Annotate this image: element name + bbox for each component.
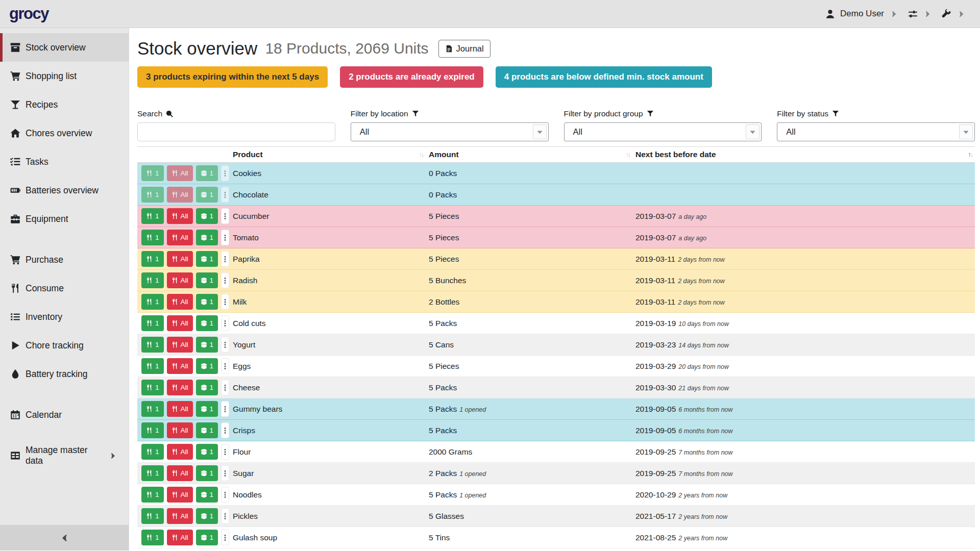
open-one-button[interactable]: 1 bbox=[196, 422, 218, 438]
row-menu-button[interactable] bbox=[221, 315, 229, 331]
sidebar-item-equipment[interactable]: Equipment bbox=[0, 205, 129, 233]
open-one-button[interactable]: 1 bbox=[196, 487, 218, 503]
sidebar-item-consume[interactable]: Consume bbox=[0, 274, 129, 303]
sidebar-item-battery-tracking[interactable]: Battery tracking bbox=[0, 360, 129, 388]
user-menu[interactable]: Demo User bbox=[825, 9, 884, 19]
sidebar-item-batteries-overview[interactable]: Batteries overview bbox=[0, 176, 129, 205]
sidebar-item-shopping-list[interactable]: Shopping list bbox=[0, 62, 129, 90]
consume-all-button[interactable]: All bbox=[167, 444, 193, 460]
consume-one-button[interactable]: 1 bbox=[141, 401, 164, 417]
status-badge-0[interactable]: 3 products expiring within the next 5 da… bbox=[137, 66, 328, 88]
consume-one-button[interactable]: 1 bbox=[141, 380, 164, 395]
row-menu-button[interactable] bbox=[221, 230, 229, 245]
row-menu-button[interactable] bbox=[221, 272, 229, 288]
consume-one-button[interactable]: 1 bbox=[141, 422, 164, 438]
consume-one-button[interactable]: 1 bbox=[141, 187, 164, 203]
row-menu-button[interactable] bbox=[221, 465, 229, 481]
open-one-button[interactable]: 1 bbox=[196, 337, 218, 353]
row-menu-button[interactable] bbox=[221, 380, 229, 395]
consume-one-button[interactable]: 1 bbox=[141, 465, 164, 481]
consume-all-button[interactable]: All bbox=[167, 530, 193, 545]
consume-all-button[interactable]: All bbox=[167, 230, 193, 245]
row-menu-button[interactable] bbox=[221, 165, 229, 181]
sidebar-item-manage-master-data[interactable]: Manage master data bbox=[0, 441, 129, 470]
consume-all-button[interactable]: All bbox=[167, 487, 193, 503]
row-menu-button[interactable] bbox=[221, 422, 229, 438]
journal-button[interactable]: Journal bbox=[438, 40, 491, 58]
consume-one-button[interactable]: 1 bbox=[141, 315, 164, 331]
sidebar-item-calendar[interactable]: Calendar bbox=[0, 400, 129, 429]
consume-one-button[interactable]: 1 bbox=[141, 294, 164, 310]
amount-column-header[interactable]: Amount ↑↓ bbox=[426, 147, 632, 163]
sidebar-item-inventory[interactable]: Inventory bbox=[0, 303, 129, 331]
open-one-button[interactable]: 1 bbox=[196, 358, 218, 374]
open-one-button[interactable]: 1 bbox=[196, 294, 218, 310]
location-select[interactable]: All bbox=[351, 122, 549, 141]
consume-all-button[interactable]: All bbox=[167, 358, 193, 374]
consume-all-button[interactable]: All bbox=[167, 465, 193, 481]
sidebar-item-tasks[interactable]: Tasks bbox=[0, 147, 129, 176]
open-one-button[interactable]: 1 bbox=[196, 401, 218, 417]
row-menu-button[interactable] bbox=[221, 294, 229, 310]
open-one-button[interactable]: 1 bbox=[196, 530, 218, 545]
status-badge-2[interactable]: 4 products are below defined min. stock … bbox=[496, 66, 712, 88]
consume-one-button[interactable]: 1 bbox=[141, 208, 164, 224]
consume-one-button[interactable]: 1 bbox=[141, 230, 164, 245]
consume-one-button[interactable]: 1 bbox=[141, 358, 164, 374]
row-menu-button[interactable] bbox=[221, 337, 229, 353]
open-one-button[interactable]: 1 bbox=[196, 315, 218, 331]
sidebar-item-chores-overview[interactable]: Chores overview bbox=[0, 119, 129, 147]
consume-all-button[interactable]: All bbox=[167, 422, 193, 438]
open-one-button[interactable]: 1 bbox=[196, 208, 218, 224]
consume-all-button[interactable]: All bbox=[167, 208, 193, 224]
consume-all-button[interactable]: All bbox=[167, 401, 193, 417]
consume-one-button[interactable]: 1 bbox=[141, 165, 164, 181]
consume-all-button[interactable]: All bbox=[167, 187, 193, 203]
consume-all-button[interactable]: All bbox=[167, 315, 193, 331]
consume-one-button[interactable]: 1 bbox=[141, 487, 164, 503]
row-menu-button[interactable] bbox=[221, 444, 229, 460]
open-one-button[interactable]: 1 bbox=[196, 165, 218, 181]
consume-all-button[interactable]: All bbox=[167, 272, 193, 288]
consume-all-button[interactable]: All bbox=[167, 165, 193, 181]
best-before-column-header[interactable]: Next best before date ↑↓ bbox=[632, 147, 975, 163]
row-menu-button[interactable] bbox=[221, 487, 229, 503]
sidebar-item-purchase[interactable]: Purchase bbox=[0, 245, 129, 274]
admin-menu[interactable] bbox=[942, 9, 951, 19]
consume-one-button[interactable]: 1 bbox=[141, 444, 164, 460]
row-menu-button[interactable] bbox=[221, 530, 229, 545]
settings-menu[interactable] bbox=[908, 9, 918, 19]
app-logo[interactable]: grocy bbox=[9, 5, 48, 23]
sidebar-collapse-button[interactable] bbox=[0, 525, 129, 550]
row-menu-button[interactable] bbox=[221, 187, 229, 203]
sidebar-item-chore-tracking[interactable]: Chore tracking bbox=[0, 331, 129, 360]
status-select[interactable]: All bbox=[777, 122, 975, 141]
consume-all-button[interactable]: All bbox=[167, 251, 193, 267]
status-badge-1[interactable]: 2 products are already expired bbox=[340, 66, 483, 88]
row-menu-button[interactable] bbox=[221, 251, 229, 267]
consume-one-button[interactable]: 1 bbox=[141, 530, 164, 545]
open-one-button[interactable]: 1 bbox=[196, 187, 218, 203]
sidebar-item-stock-overview[interactable]: Stock overview bbox=[0, 33, 129, 62]
row-menu-button[interactable] bbox=[221, 208, 229, 224]
open-one-button[interactable]: 1 bbox=[196, 380, 218, 395]
consume-all-button[interactable]: All bbox=[167, 294, 193, 310]
consume-all-button[interactable]: All bbox=[167, 337, 193, 353]
consume-one-button[interactable]: 1 bbox=[141, 337, 164, 353]
row-menu-button[interactable] bbox=[221, 508, 229, 524]
consume-one-button[interactable]: 1 bbox=[141, 508, 164, 524]
consume-one-button[interactable]: 1 bbox=[141, 251, 164, 267]
open-one-button[interactable]: 1 bbox=[196, 465, 218, 481]
open-one-button[interactable]: 1 bbox=[196, 230, 218, 245]
row-menu-button[interactable] bbox=[221, 358, 229, 374]
product-column-header[interactable]: Product ↑↓ bbox=[230, 147, 426, 163]
row-menu-button[interactable] bbox=[221, 401, 229, 417]
open-one-button[interactable]: 1 bbox=[196, 508, 218, 524]
consume-all-button[interactable]: All bbox=[167, 380, 193, 395]
search-input[interactable] bbox=[137, 122, 335, 141]
open-one-button[interactable]: 1 bbox=[196, 444, 218, 460]
sidebar-item-recipes[interactable]: Recipes bbox=[0, 90, 129, 119]
product-group-select[interactable]: All bbox=[564, 122, 762, 141]
consume-all-button[interactable]: All bbox=[167, 508, 193, 524]
consume-one-button[interactable]: 1 bbox=[141, 272, 164, 288]
